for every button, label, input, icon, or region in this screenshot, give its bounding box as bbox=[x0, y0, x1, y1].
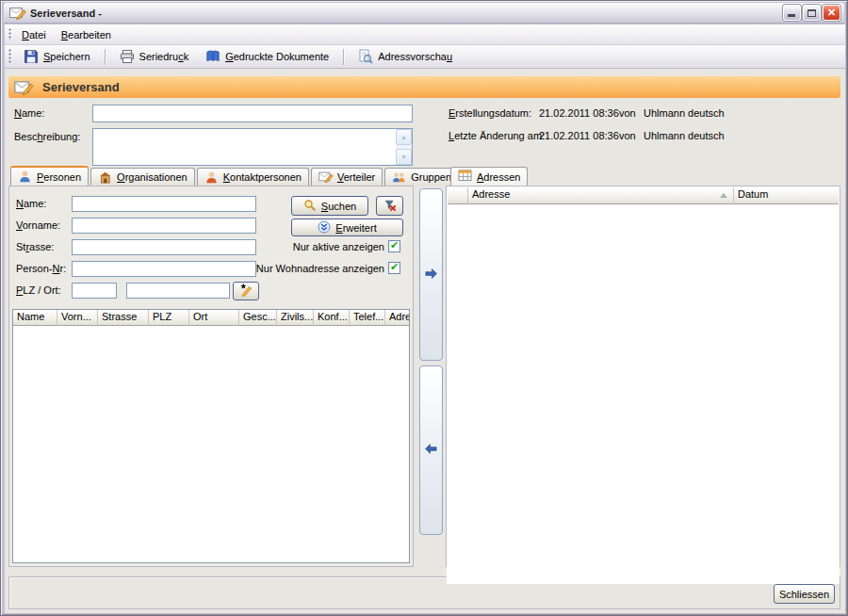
search-strasse-label: Strasse: bbox=[16, 241, 54, 252]
book-icon bbox=[205, 49, 220, 64]
clear-filter-button[interactable] bbox=[376, 196, 403, 216]
erweitert-label: Erweitert bbox=[335, 222, 376, 234]
grip-handle[interactable] bbox=[8, 28, 11, 41]
search-name-label: Name: bbox=[16, 198, 46, 209]
tab-organisationen-label: Organisationen bbox=[117, 171, 188, 183]
add-addresses-button[interactable] bbox=[419, 188, 443, 361]
letzte-aenderung-value: 21.02.2011 08:36 bbox=[539, 130, 619, 141]
tab-personen[interactable]: Personen bbox=[10, 166, 89, 186]
letzte-aenderung-label: Letzte Änderung am: bbox=[448, 130, 545, 141]
letzte-aenderung-von: von bbox=[619, 130, 636, 141]
gedruckte-dokumente-button[interactable]: Gedruckte Dokumente bbox=[198, 46, 336, 67]
search-icon bbox=[303, 199, 317, 214]
toolbar: Speichern Seriedruck Gedruckte Dokumente bbox=[5, 45, 845, 69]
search-plz-input[interactable] bbox=[72, 283, 117, 299]
erstellungsdatum-von: von bbox=[619, 107, 636, 119]
beschreibung-textarea[interactable] bbox=[93, 129, 396, 165]
maximize-button[interactable] bbox=[803, 5, 821, 21]
adressvorschau-label: Adressvorschau bbox=[378, 51, 452, 62]
column-header-adresse[interactable]: Adresse bbox=[468, 187, 734, 204]
arrow-left-icon bbox=[424, 442, 438, 459]
search-plzort-label: PLZ / Ort: bbox=[16, 284, 61, 296]
person-results-table: Name Vorn... Strasse PLZ Ort Gesc... Ziv… bbox=[12, 309, 410, 563]
column-header[interactable]: Name bbox=[13, 310, 57, 326]
menu-bar: Datei Bearbeiten bbox=[5, 24, 845, 45]
tab-organisationen[interactable]: Organisationen bbox=[90, 168, 195, 186]
tab-kontaktpersonen-label: Kontaktpersonen bbox=[223, 171, 302, 183]
search-vorname-input[interactable] bbox=[72, 218, 256, 234]
remove-addresses-button[interactable] bbox=[419, 365, 443, 535]
nur-wohnadresse-checkbox[interactable] bbox=[388, 262, 400, 274]
plz-ort-lookup-button[interactable] bbox=[233, 282, 259, 300]
menu-datei[interactable]: Datei bbox=[14, 26, 54, 43]
toolbar-separator bbox=[105, 49, 106, 65]
column-header[interactable]: Telef... bbox=[350, 310, 385, 326]
pencil-star-icon bbox=[239, 283, 253, 300]
page-header: Serieversand bbox=[8, 76, 840, 98]
suchen-button[interactable]: Suchen bbox=[291, 196, 368, 216]
person-table-header: Name Vorn... Strasse PLZ Ort Gesc... Ziv… bbox=[13, 310, 409, 326]
search-personnr-input[interactable] bbox=[72, 261, 256, 277]
seriedruck-label: Seriedruck bbox=[139, 51, 189, 62]
tab-verteiler-label: Verteiler bbox=[337, 171, 375, 183]
envelope-pencil-icon bbox=[14, 79, 34, 95]
arrow-right-icon bbox=[424, 267, 438, 284]
app-body: Datei Bearbeiten Speichern Seriedruck bbox=[5, 24, 845, 613]
grip-handle[interactable] bbox=[8, 49, 11, 64]
search-ort-input[interactable] bbox=[126, 283, 230, 299]
scroll-up-icon[interactable]: ▲ bbox=[396, 129, 412, 145]
contact-person-icon bbox=[204, 170, 219, 185]
title-bar[interactable]: Serieversand - ✕ bbox=[4, 3, 844, 24]
search-vorname-label: Vorname: bbox=[16, 219, 60, 231]
close-icon: ✕ bbox=[827, 8, 836, 18]
erweitert-button[interactable]: Erweitert bbox=[291, 219, 403, 236]
beschreibung-label: Beschreibung: bbox=[14, 131, 80, 144]
sort-asc-icon bbox=[720, 193, 727, 198]
person-table-body[interactable] bbox=[13, 326, 409, 563]
seriedruck-button[interactable]: Seriedruck bbox=[112, 46, 197, 67]
tab-adressen[interactable]: Adressen bbox=[450, 167, 528, 186]
minimize-button[interactable] bbox=[783, 5, 801, 21]
speichern-button[interactable]: Speichern bbox=[16, 46, 98, 67]
scroll-down-icon[interactable]: ▼ bbox=[396, 149, 412, 165]
suchen-label: Suchen bbox=[321, 201, 356, 212]
column-header[interactable]: Strasse bbox=[98, 310, 149, 326]
name-label: Name: bbox=[14, 107, 44, 121]
adressvorschau-button[interactable]: Adressvorschau bbox=[351, 46, 460, 67]
address-table-body[interactable] bbox=[447, 204, 840, 584]
erstellungsdatum-user: Uhlmann deutsch bbox=[644, 107, 725, 119]
nur-aktive-checkbox[interactable] bbox=[388, 240, 400, 252]
maximize-icon bbox=[807, 9, 816, 17]
column-header[interactable]: Konf... bbox=[314, 310, 350, 326]
app-window: Serieversand - ✕ Datei Bearbeiten Speich… bbox=[0, 0, 848, 616]
search-strasse-input[interactable] bbox=[72, 239, 256, 255]
close-button[interactable]: ✕ bbox=[823, 5, 840, 21]
column-header[interactable]: PLZ bbox=[149, 310, 189, 326]
column-header[interactable]: Zivils... bbox=[277, 310, 314, 326]
menu-bearbeiten[interactable]: Bearbeiten bbox=[54, 26, 119, 43]
envelope-pencil-icon bbox=[9, 6, 26, 20]
tab-verteiler[interactable]: Verteiler bbox=[311, 168, 383, 186]
column-header[interactable]: Vorn... bbox=[57, 310, 98, 326]
window-title: Serieversand - bbox=[30, 8, 783, 19]
column-header[interactable]: Gesc... bbox=[239, 310, 277, 326]
person-icon bbox=[18, 170, 32, 184]
column-header[interactable]: Adre... bbox=[385, 310, 409, 326]
tab-gruppen[interactable]: Gruppen bbox=[384, 168, 459, 186]
toolbar-separator bbox=[343, 49, 344, 65]
erstellungsdatum-label: Erstellungsdatum: bbox=[448, 107, 531, 119]
address-list-panel: Adresse Datum bbox=[446, 186, 840, 567]
chevron-double-down-icon bbox=[318, 220, 331, 235]
column-header-datum[interactable]: Datum bbox=[734, 187, 839, 204]
name-input[interactable] bbox=[92, 105, 413, 122]
clear-filter-icon bbox=[383, 199, 397, 214]
column-header[interactable]: Ort bbox=[189, 310, 239, 326]
nur-aktive-label: Nur aktive anzeigen bbox=[293, 241, 384, 252]
tab-kontaktpersonen[interactable]: Kontaktpersonen bbox=[197, 168, 309, 186]
tab-adressen-label: Adressen bbox=[477, 171, 520, 183]
search-name-input[interactable] bbox=[72, 196, 256, 212]
tab-personen-label: Personen bbox=[37, 171, 81, 183]
tab-gruppen-label: Gruppen bbox=[411, 171, 451, 183]
column-header[interactable] bbox=[448, 187, 468, 204]
schliessen-button[interactable]: Schliessen bbox=[774, 584, 835, 604]
